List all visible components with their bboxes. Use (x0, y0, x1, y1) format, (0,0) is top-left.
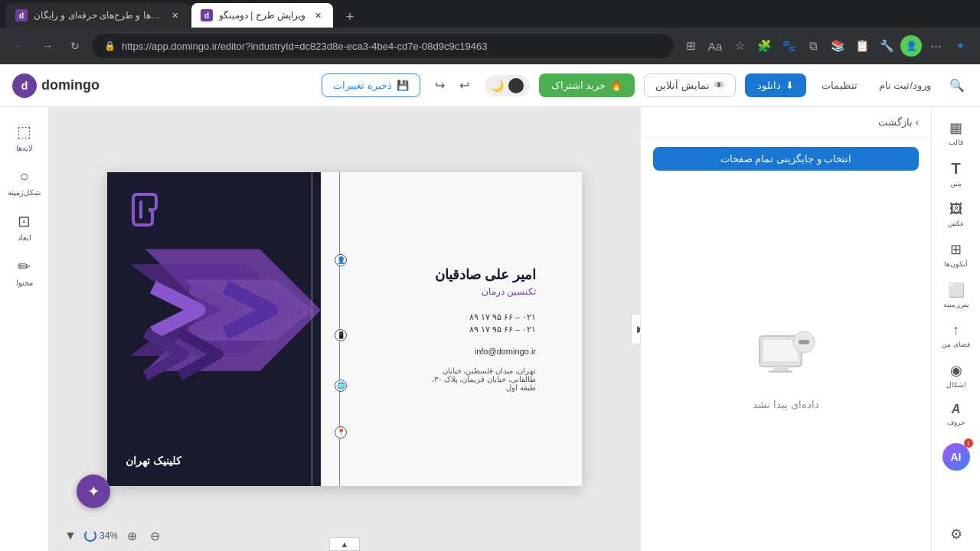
menu-icon[interactable]: ⋯ (925, 35, 946, 57)
far-right-image[interactable]: 🖼 عکس (935, 195, 978, 233)
ai-badge-icon: ! (964, 439, 973, 448)
far-right-myspace-label: فضای من (942, 341, 970, 348)
lock-icon: 🔒 (104, 41, 116, 51)
card-design: کلینیک تهران 👤 📱 🌐 📍 ام (107, 172, 582, 486)
settings-gear-button[interactable]: ⚙ (946, 523, 967, 545)
canvas-wrapper[interactable]: کلینیک تهران 👤 📱 🌐 📍 ام (107, 172, 582, 486)
email: info@domingo.ir (475, 347, 536, 356)
back-button[interactable]: ← (9, 35, 31, 57)
url-text: https://app.domingo.ir/editor?industryId… (122, 41, 662, 52)
right-sidebar-content: انتخاب و جایگزینی تمام صفحات (641, 138, 931, 180)
canvas-expand-button[interactable]: ▲ (329, 537, 360, 551)
sidebar-item-content[interactable]: ✏ محتوا (5, 251, 44, 293)
zoom-down[interactable]: ▼ (61, 527, 80, 545)
far-right-typography-label: حروف (947, 419, 965, 426)
right-sidebar-header: › بازگشت (641, 107, 931, 138)
zoom-indicator[interactable]: 34% (84, 530, 118, 542)
app-nav: 🔍 ورود/ثبت نام تنظیمات ⬇ دانلود 👁 نمایش … (0, 64, 980, 107)
copilot-icon[interactable]: ✦ (949, 35, 971, 57)
tab-inactive[interactable]: d قالب‌ها و طرح‌های حرفه‌ای و رایگان ✕ (6, 3, 190, 28)
download-button[interactable]: ⬇ دانلود (745, 73, 806, 97)
canvas-area: کلینیک تهران 👤 📱 🌐 📍 ام (49, 107, 640, 551)
download-icon: ⬇ (786, 80, 794, 91)
content-icon: ✏ (18, 257, 31, 276)
sidebar-item-shapes[interactable]: ○ شکل‌زمینه (5, 161, 44, 203)
save-icon: 💾 (397, 80, 409, 91)
split-icon[interactable]: ⧉ (802, 35, 824, 57)
bookmarks-icon[interactable]: 📚 (827, 35, 848, 57)
card-left-section: کلینیک تهران (107, 172, 321, 486)
tab-bar: d قالب‌ها و طرح‌های حرفه‌ای و رایگان ✕ d… (0, 0, 980, 28)
card-right-section: 👤 📱 🌐 📍 امیر علی صادقیان تکنسین درمان ۰۲… (321, 172, 582, 486)
person-title: تکنسین درمان (345, 286, 536, 297)
back-label: بازگشت (878, 116, 913, 128)
far-right-icons[interactable]: ⊞ آیکون‌ها (935, 235, 978, 274)
zoom-in-button[interactable]: ⊕ (122, 527, 141, 545)
replace-all-button[interactable]: انتخاب و جایگزینی تمام صفحات (653, 147, 919, 171)
empty-state-icon (752, 321, 821, 390)
person-name: امیر علی صادقیان (345, 266, 536, 283)
far-right-toolbar: ▦ قالب T متن 🖼 عکس ⊞ آیکون‌ها ⬜ پس‌زمینه… (931, 107, 980, 551)
svg-point-11 (805, 340, 809, 344)
far-right-myspace[interactable]: ↑ فضای من (935, 316, 978, 354)
user-profile[interactable]: 👤 (900, 35, 922, 57)
back-icon: › (916, 116, 919, 128)
preview-button[interactable]: 👁 نمایش آنلاین (644, 73, 736, 97)
far-right-typography[interactable]: A حروف (935, 396, 978, 432)
read-icon[interactable]: Aa (704, 35, 726, 57)
save-button[interactable]: 💾 ذخیره تغییرات (322, 73, 420, 97)
extensions-icon2[interactable]: 🔧 (876, 35, 897, 57)
moon-icon: 🌙 (491, 80, 504, 92)
browser-app-icon[interactable]: ⊞ (680, 35, 701, 57)
undo-redo-group: ↩ ↪ (430, 75, 475, 96)
profile-icon-2[interactable]: 🐾 (778, 35, 799, 57)
theme-toggle[interactable]: 🌙 (485, 75, 530, 96)
fab-button[interactable]: ✦ (77, 474, 110, 508)
global-search-icon[interactable]: 🔍 (946, 75, 968, 96)
settings-link[interactable]: تنظیمات (815, 75, 864, 96)
app-logo: domingo d (12, 73, 100, 98)
text-icon: T (951, 160, 960, 178)
subscribe-button[interactable]: 🔥 خرید اشتراک (539, 73, 635, 97)
forward-button[interactable]: → (37, 35, 58, 57)
tab-active[interactable]: d ویرایش طرح | دومینگو ✕ (191, 3, 333, 28)
favorites-icon[interactable]: ☆ (729, 35, 750, 57)
svg-rect-5 (763, 340, 798, 361)
login-link[interactable]: ورود/ثبت نام (873, 75, 937, 96)
new-tab-button[interactable]: + (338, 6, 362, 28)
template-icon: ▦ (949, 119, 962, 136)
back-button-sidebar[interactable]: › بازگشت (878, 116, 919, 128)
zoom-out-button[interactable]: ⊖ (145, 527, 164, 545)
collections-icon[interactable]: 📋 (851, 35, 873, 57)
phone1: ۰۲۱ – ۶۶ ۹۵ ۱۷ ۸۹ (345, 312, 536, 322)
zoom-spinner (84, 530, 96, 542)
url-bar[interactable]: 🔒 https://app.domingo.ir/editor?industry… (92, 34, 674, 58)
sidebar-item-dimensions[interactable]: ⊡ ابعاد (5, 206, 44, 248)
toggle-knob (508, 78, 524, 93)
fab-icon: ✦ (87, 482, 100, 500)
extension-icon[interactable]: 🧩 (753, 35, 775, 57)
undo-button[interactable]: ↩ (454, 75, 475, 96)
sidebar-item-content-label: محتوا (16, 279, 33, 287)
canvas-controls: ▼ 34% ⊕ ⊖ (61, 527, 164, 545)
far-right-template[interactable]: ▦ قالب (935, 113, 978, 152)
far-right-shapes[interactable]: ◉ اشکال (935, 356, 978, 395)
logo-circle: d (12, 73, 37, 98)
eye-icon: 👁 (714, 80, 724, 91)
zoom-percent: 34% (100, 530, 118, 541)
ai-circle-icon: AI (942, 443, 970, 471)
tab-inactive-title: قالب‌ها و طرح‌های حرفه‌ای و رایگان (34, 10, 162, 21)
address-bar: ← → ↻ 🔒 https://app.domingo.ir/editor?in… (0, 28, 980, 64)
sidebar-item-layers[interactable]: ⬚ لایه‌ها (5, 116, 44, 158)
tab-active-close[interactable]: ✕ (312, 9, 324, 21)
refresh-button[interactable]: ↻ (64, 35, 86, 57)
far-right-text[interactable]: T متن (935, 154, 978, 194)
sidebar-item-shapes-label: شکل‌زمینه (8, 188, 41, 197)
far-right-background[interactable]: ⬜ پس‌زمینه (935, 276, 978, 315)
tab-inactive-close[interactable]: ✕ (168, 9, 181, 21)
redo-button[interactable]: ↪ (430, 75, 451, 96)
sidebar-collapse-button[interactable]: ▶ (631, 314, 640, 344)
typography-icon: A (952, 403, 961, 416)
image-icon: 🖼 (949, 201, 963, 217)
ai-button[interactable]: AI ! (935, 437, 978, 477)
